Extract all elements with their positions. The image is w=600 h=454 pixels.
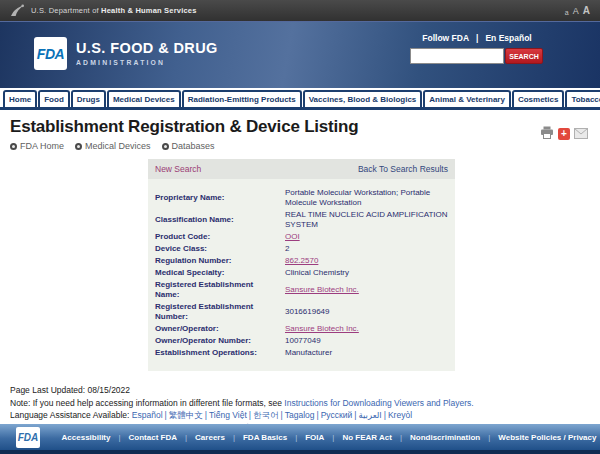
separator: | xyxy=(280,410,282,420)
breadcrumb-item-medical-devices[interactable]: Medical Devices xyxy=(75,141,151,151)
language-label: Language Assistance Available: xyxy=(10,410,129,420)
page-action-icons: + xyxy=(540,125,588,143)
separator: | xyxy=(400,433,402,442)
table-row: Owner/Operator:Sansure Biotech Inc. xyxy=(155,324,448,334)
language-link-1[interactable]: 繁體中文 xyxy=(169,410,203,420)
footer-link-website-policies-privacy[interactable]: Website Policies / Privacy xyxy=(498,433,596,442)
viewers-players-link[interactable]: Instructions for Downloading Viewers and… xyxy=(284,398,473,408)
follow-separator: | xyxy=(476,33,478,43)
fda-logo[interactable]: FDA xyxy=(34,37,67,70)
nav-tab-medical-devices[interactable]: Medical Devices xyxy=(107,90,181,107)
page-title: Establishment Registration & Device List… xyxy=(10,117,590,137)
language-link-2[interactable]: Tiếng Việt xyxy=(209,410,247,420)
footer-link-fda-basics[interactable]: FDA Basics xyxy=(243,433,287,442)
field-value-link[interactable]: Sansure Biotech Inc. xyxy=(285,324,448,334)
breadcrumb-item-databases[interactable]: Databases xyxy=(162,141,215,151)
field-value: 10077049 xyxy=(285,336,448,346)
separator: | xyxy=(249,410,251,420)
breadcrumb-bullet-icon xyxy=(75,143,82,150)
table-row: Registered Establishment Number:30166196… xyxy=(155,302,448,323)
footer-link-accessibility[interactable]: Accessibility xyxy=(62,433,111,442)
field-label: Classification Name: xyxy=(155,215,285,225)
header-search-button[interactable]: SEARCH xyxy=(505,48,543,64)
nav-tab-food[interactable]: Food xyxy=(38,90,70,107)
follow-row: Follow FDA | En Español xyxy=(410,33,544,43)
en-espanol-link[interactable]: En Español xyxy=(485,33,531,43)
language-link-3[interactable]: 한국어 xyxy=(253,410,279,420)
separator: | xyxy=(332,433,334,442)
email-icon[interactable] xyxy=(574,125,588,143)
hhs-eagle-icon xyxy=(10,4,25,17)
field-value: Clinical Chemistry xyxy=(285,268,448,278)
agency-name: U.S. FOOD & DRUG ADMINISTRATION xyxy=(76,40,218,66)
separator: | xyxy=(316,410,318,420)
nav-tab-tobacco-products[interactable]: Tobacco Products xyxy=(565,90,600,107)
nav-tab-radiation-emitting-products[interactable]: Radiation-Emitting Products xyxy=(182,90,302,107)
font-size-controls: a A A xyxy=(565,5,590,16)
separator: | xyxy=(205,410,207,420)
share-icon[interactable]: + xyxy=(558,128,570,140)
agency-title: U.S. FOOD & DRUG xyxy=(76,40,218,56)
breadcrumb-label: Medical Devices xyxy=(85,141,151,151)
separator: | xyxy=(185,433,187,442)
fda-header-banner: FDA U.S. FOOD & DRUG ADMINISTRATION Foll… xyxy=(0,21,600,88)
font-size-small-button[interactable]: a xyxy=(565,9,569,16)
table-row: Device Class:2 xyxy=(155,244,448,254)
detail-table: Proprietary Name:Portable Molecular Work… xyxy=(148,179,455,371)
language-link-5[interactable]: Русский xyxy=(321,410,353,420)
table-row: Medical Specialty:Clinical Chemistry xyxy=(155,268,448,278)
footer-link-foia[interactable]: FOIA xyxy=(305,433,324,442)
field-value: 2 xyxy=(285,244,448,254)
field-value-link[interactable]: Sansure Biotech Inc. xyxy=(285,285,448,295)
dept-bold: Health & Human Services xyxy=(101,6,196,15)
breadcrumb: FDA HomeMedical DevicesDatabases xyxy=(10,141,590,151)
breadcrumb-item-fda-home[interactable]: FDA Home xyxy=(10,141,64,151)
site-footer: FDA Accessibility|Contact FDA|Careers|FD… xyxy=(0,424,600,454)
breadcrumb-label: FDA Home xyxy=(20,141,64,151)
nav-tab-vaccines-blood-biologics[interactable]: Vaccines, Blood & Biologics xyxy=(303,90,423,107)
language-link-4[interactable]: Tagalog xyxy=(285,410,315,420)
page-head: Establishment Registration & Device List… xyxy=(0,110,600,151)
detail-panel-header: New Search Back To Search Results xyxy=(148,159,455,179)
footer-fda-logo-text: FDA xyxy=(18,432,39,443)
footer-link-contact-fda[interactable]: Contact FDA xyxy=(129,433,177,442)
table-row: Establishment Operations:Manufacturer xyxy=(155,348,448,358)
font-size-medium-button[interactable]: A xyxy=(573,6,579,16)
footer-fda-logo[interactable]: FDA xyxy=(16,427,40,448)
footer-link-careers[interactable]: Careers xyxy=(195,433,225,442)
nav-tab-cosmetics[interactable]: Cosmetics xyxy=(512,90,564,107)
language-link-6[interactable]: العربية xyxy=(358,410,381,420)
hhs-department-text[interactable]: U.S. Department of Health & Human Servic… xyxy=(31,6,197,15)
field-label: Registered Establishment Name: xyxy=(155,280,285,301)
table-row: Owner/Operator Number:10077049 xyxy=(155,336,448,346)
table-row: Regulation Number:862.2570 xyxy=(155,256,448,266)
nav-tab-home[interactable]: Home xyxy=(3,90,37,107)
back-to-results-link[interactable]: Back To Search Results xyxy=(358,164,448,174)
footer-link-nondiscrimination[interactable]: Nondiscrimination xyxy=(410,433,480,442)
field-value-link[interactable]: OOI xyxy=(285,232,448,242)
print-icon[interactable] xyxy=(540,125,554,143)
note-text: Note: If you need help accessing informa… xyxy=(10,398,284,408)
language-link-0[interactable]: Español xyxy=(132,410,163,420)
separator: | xyxy=(384,410,386,420)
table-row: Registered Establishment Name:Sansure Bi… xyxy=(155,280,448,301)
header-search-input[interactable] xyxy=(410,48,504,64)
field-value: Portable Molecular Workstation; Portable… xyxy=(285,188,448,209)
device-detail-panel: New Search Back To Search Results Propri… xyxy=(148,159,455,371)
agency-subtitle: ADMINISTRATION xyxy=(76,59,218,66)
breadcrumb-bullet-icon xyxy=(10,143,17,150)
fda-logo-text: FDA xyxy=(37,46,64,62)
field-value-link[interactable]: 862.2570 xyxy=(285,256,448,266)
breadcrumb-bullet-icon xyxy=(162,143,169,150)
new-search-link[interactable]: New Search xyxy=(155,164,201,174)
table-row: Product Code:OOI xyxy=(155,232,448,242)
separator: | xyxy=(165,410,167,420)
field-label: Establishment Operations: xyxy=(155,348,285,358)
nav-tab-animal-veterinary[interactable]: Animal & Veterinary xyxy=(423,90,511,107)
footer-link-no-fear-act[interactable]: No FEAR Act xyxy=(342,433,391,442)
font-size-large-button[interactable]: A xyxy=(583,5,590,16)
field-label: Product Code: xyxy=(155,232,285,242)
follow-fda-link[interactable]: Follow FDA xyxy=(422,33,469,43)
nav-tab-drugs[interactable]: Drugs xyxy=(71,90,106,107)
field-label: Proprietary Name: xyxy=(155,193,285,203)
